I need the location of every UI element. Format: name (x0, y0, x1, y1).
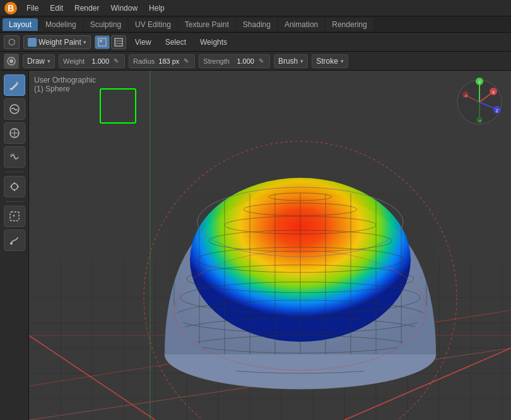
strength-edit-icon[interactable]: ✎ (257, 57, 266, 66)
svg-rect-4 (115, 38, 122, 46)
editor-btn-2[interactable] (111, 35, 126, 49)
tab-shading[interactable]: Shading (237, 18, 277, 31)
main-area: User Orthographic (1) Sphere X -X Y -Y (0, 71, 511, 420)
stroke-dropdown-arrow: ▾ (341, 58, 344, 64)
viewport-canvas (29, 71, 511, 420)
tab-rendering[interactable]: Rendering (326, 18, 373, 31)
weight-value: 1.000 (87, 57, 109, 65)
strength-option[interactable]: Strength 1.000 ✎ (199, 54, 270, 68)
separator-2 (6, 201, 23, 202)
tool-annotate[interactable] (4, 230, 25, 251)
menu-window[interactable]: Window (105, 3, 143, 14)
menu-view[interactable]: View (130, 37, 156, 48)
tab-layout[interactable]: Layout (3, 18, 38, 31)
brush-dropdown-label: Brush (278, 57, 298, 66)
tab-sculpting[interactable]: Sculpting (84, 18, 127, 31)
editor-toggle-group (95, 35, 126, 49)
tool-average[interactable] (4, 122, 25, 144)
header-toolbar: ⬡ Weight Paint ▾ View Select Weights (0, 33, 511, 52)
left-toolbar (0, 71, 29, 420)
separator-1 (6, 172, 23, 172)
svg-text:X: X (492, 90, 495, 95)
mode-icon (28, 38, 37, 47)
tab-uv-editing[interactable]: UV Editing (129, 18, 177, 31)
stroke-dropdown-label: Stroke (316, 57, 338, 66)
menu-help[interactable]: Help (144, 3, 170, 14)
svg-point-20 (10, 242, 13, 245)
menu-weights[interactable]: Weights (195, 37, 232, 48)
svg-text:Z: Z (496, 108, 499, 113)
menu-edit[interactable]: Edit (45, 3, 68, 14)
weight-option[interactable]: Weight 1.000 ✎ (59, 54, 125, 68)
tool-draw[interactable] (4, 74, 25, 96)
tab-texture-paint[interactable]: Texture Paint (179, 18, 235, 31)
svg-text:B: B (8, 3, 14, 13)
brush-dropdown-arrow: ▾ (300, 58, 303, 64)
stroke-dropdown[interactable]: Stroke ▾ (312, 54, 348, 68)
radius-label: Radius (133, 57, 155, 65)
radius-edit-icon[interactable]: ✎ (182, 57, 191, 66)
weight-edit-icon[interactable]: ✎ (112, 57, 120, 66)
draw-dropdown-arrow: ▾ (47, 58, 50, 64)
radius-value: 183 px (157, 57, 179, 65)
tool-smear[interactable] (4, 146, 25, 168)
draw-mode-selector[interactable]: Draw ▾ (23, 54, 55, 68)
tool-blur[interactable] (4, 98, 25, 120)
menu-render[interactable]: Render (69, 3, 104, 14)
mode-selector[interactable]: Weight Paint ▾ (23, 35, 91, 49)
svg-rect-3 (100, 40, 102, 42)
viewport[interactable]: User Orthographic (1) Sphere X -X Y -Y (29, 71, 511, 420)
svg-text:-X: -X (464, 94, 467, 98)
brush-dropdown[interactable]: Brush ▾ (274, 54, 308, 68)
brush-icon-btn[interactable] (4, 54, 19, 69)
strength-value: 1.000 (232, 57, 254, 65)
top-menubar: B File Edit Render Window Help (0, 0, 511, 16)
radius-option[interactable]: Radius 183 px ✎ (129, 54, 195, 68)
brush-options-bar: Draw ▾ Weight 1.000 ✎ Radius 183 px ✎ St… (0, 52, 511, 71)
mode-label: Weight Paint (38, 38, 81, 47)
tool-sample[interactable] (4, 176, 25, 197)
menu-select[interactable]: Select (160, 37, 191, 48)
svg-text:-Y: -Y (478, 119, 481, 123)
tab-modeling[interactable]: Modeling (39, 18, 83, 31)
tool-select[interactable] (4, 206, 25, 227)
navigation-gizmo[interactable]: X -X Y -Y Z (454, 77, 505, 127)
svg-point-14 (11, 184, 18, 190)
svg-point-8 (9, 59, 13, 63)
svg-point-9 (9, 88, 11, 90)
editor-btn-1[interactable] (95, 35, 110, 49)
tab-animation[interactable]: Animation (278, 18, 324, 31)
editor-type-button[interactable]: ⬡ (4, 35, 20, 49)
menu-file[interactable]: File (21, 3, 44, 14)
mode-dropdown-arrow: ▾ (83, 39, 86, 45)
strength-label: Strength (203, 57, 230, 65)
workspace-tabs: Layout Modeling Sculpting UV Editing Tex… (0, 16, 511, 33)
weight-label: Weight (63, 57, 85, 65)
draw-label: Draw (27, 57, 45, 66)
svg-text:Y: Y (478, 80, 481, 85)
blender-logo: B (4, 1, 18, 15)
